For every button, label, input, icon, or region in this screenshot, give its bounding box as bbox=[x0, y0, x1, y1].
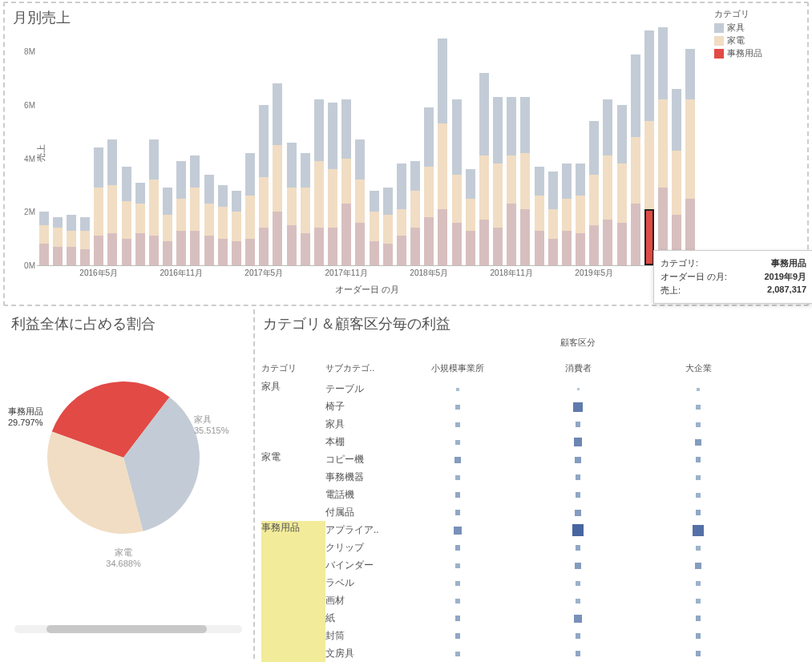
heatmap-cell[interactable] bbox=[638, 415, 758, 433]
heatmap-cell[interactable] bbox=[398, 574, 518, 591]
x-tick: 2017年5月 bbox=[232, 268, 296, 279]
pie-label-electronics: 家電34.688% bbox=[75, 547, 172, 570]
col-head-seg1[interactable]: 小規模事業所 bbox=[398, 362, 518, 379]
heatmap-cell[interactable] bbox=[398, 609, 518, 627]
legend-swatch-furniture bbox=[714, 23, 724, 33]
subcategory-label[interactable]: 事務機器 bbox=[325, 468, 398, 486]
heatmap-cell[interactable] bbox=[518, 609, 638, 627]
x-tick: 2017年11月 bbox=[314, 268, 378, 279]
subcategory-label[interactable]: ラベル bbox=[325, 574, 398, 591]
y-tick: 0M bbox=[13, 261, 35, 270]
heatmap-cell[interactable] bbox=[638, 398, 758, 415]
subcategory-label[interactable]: 画材 bbox=[325, 591, 398, 609]
legend-item-electronics[interactable]: 家電 bbox=[714, 34, 802, 46]
heatmap-cell[interactable] bbox=[518, 644, 638, 662]
col-head-subcategory[interactable]: サブカテゴ.. bbox=[325, 362, 398, 379]
heatmap-cell[interactable] bbox=[398, 380, 518, 398]
heatmap-cell[interactable] bbox=[518, 591, 638, 609]
subcategory-label[interactable]: 家具 bbox=[325, 415, 398, 433]
legend-item-furniture[interactable]: 家具 bbox=[714, 22, 802, 34]
subcategory-label[interactable]: クリップ bbox=[325, 539, 398, 556]
heatmap-cell[interactable] bbox=[518, 486, 638, 503]
subcategory-label[interactable]: 封筒 bbox=[325, 627, 398, 644]
col-head-seg2[interactable]: 消費者 bbox=[518, 362, 638, 379]
subcategory-label[interactable]: 電話機 bbox=[325, 486, 398, 503]
heatmap-cell[interactable] bbox=[398, 644, 518, 662]
heatmap-cell[interactable] bbox=[638, 591, 758, 609]
segment-super-header: 顧客区分 bbox=[518, 337, 638, 349]
heatmap-cell[interactable] bbox=[638, 468, 758, 486]
heatmap-cell[interactable] bbox=[638, 644, 758, 662]
heatmap-cell[interactable] bbox=[398, 398, 518, 415]
heatmap-cell[interactable] bbox=[638, 609, 758, 627]
heatmap-cell[interactable] bbox=[638, 556, 758, 574]
tooltip-v3: 2,087,317 bbox=[767, 285, 806, 297]
heatmap-cell[interactable] bbox=[518, 415, 638, 433]
bar-chart-area[interactable]: 売上 0M2M4M6M8M bbox=[37, 26, 697, 266]
subcategory-label[interactable]: テーブル bbox=[325, 380, 398, 398]
heatmap-cell[interactable] bbox=[398, 415, 518, 433]
subcategory-label[interactable]: 文房具 bbox=[325, 644, 398, 662]
heatmap-cell[interactable] bbox=[518, 556, 638, 574]
subcategory-label[interactable]: 付属品 bbox=[325, 503, 398, 521]
heatmap-cell[interactable] bbox=[398, 433, 518, 450]
heatmap-cell[interactable] bbox=[398, 591, 518, 609]
pie-chart[interactable] bbox=[43, 377, 204, 538]
y-tick: 2M bbox=[13, 208, 35, 216]
heatmap-cell[interactable] bbox=[518, 627, 638, 644]
subcategory-label[interactable]: 椅子 bbox=[325, 398, 398, 415]
heatmap-cell[interactable] bbox=[638, 503, 758, 521]
heatmap-cell[interactable] bbox=[398, 539, 518, 556]
heatmap-cell[interactable] bbox=[518, 521, 638, 539]
heatmap-cell[interactable] bbox=[638, 627, 758, 644]
horizontal-scrollbar[interactable] bbox=[14, 625, 242, 633]
subcategory-label[interactable]: 本棚 bbox=[325, 433, 398, 450]
legend-label-office: 事務用品 bbox=[727, 47, 762, 59]
tooltip-k1: カテゴリ: bbox=[661, 257, 698, 269]
subcategory-label[interactable]: アプライア.. bbox=[325, 521, 398, 539]
heatmap-cell[interactable] bbox=[398, 468, 518, 486]
tooltip-v2: 2019年9月 bbox=[764, 271, 806, 283]
heatmap-cell[interactable] bbox=[638, 574, 758, 591]
subcategory-label[interactable]: 紙 bbox=[325, 609, 398, 627]
heatmap-cell[interactable] bbox=[518, 398, 638, 415]
heatmap-cell[interactable] bbox=[638, 521, 758, 539]
heatmap-cell[interactable] bbox=[518, 468, 638, 486]
heatmap-cell[interactable] bbox=[638, 539, 758, 556]
heatmap-cell[interactable] bbox=[518, 539, 638, 556]
x-tick: 2016年11月 bbox=[149, 268, 213, 279]
heatmap-cell[interactable] bbox=[398, 521, 518, 539]
heatmap-cell[interactable] bbox=[518, 450, 638, 468]
tooltip: カテゴリ:事務用品 オーダー日 の月:2019年9月 売上:2,087,317 bbox=[653, 250, 812, 304]
heatmap-cell[interactable] bbox=[398, 503, 518, 521]
legend-label-electronics: 家電 bbox=[727, 34, 745, 46]
heatmap-cell[interactable] bbox=[518, 433, 638, 450]
heatmap-cell[interactable] bbox=[638, 433, 758, 450]
x-tick: 2018年5月 bbox=[397, 268, 461, 279]
heatmap-cell[interactable] bbox=[638, 450, 758, 468]
tooltip-k2: オーダー日 の月: bbox=[661, 271, 727, 283]
heatmap-cell[interactable] bbox=[638, 380, 758, 398]
col-head-category[interactable]: カテゴリ bbox=[261, 362, 325, 379]
heatmap-cell[interactable] bbox=[518, 503, 638, 521]
col-head-seg3[interactable]: 大企業 bbox=[638, 362, 758, 379]
y-tick: 8M bbox=[13, 47, 35, 56]
heatmap-cell[interactable] bbox=[638, 486, 758, 503]
subcategory-label[interactable]: コピー機 bbox=[325, 450, 398, 468]
legend-swatch-office bbox=[714, 49, 724, 59]
category-label[interactable]: 家具 bbox=[261, 380, 325, 394]
heatmap-cell[interactable] bbox=[398, 450, 518, 468]
subcategory-label[interactable]: バインダー bbox=[325, 556, 398, 574]
category-label[interactable]: 事務用品 bbox=[261, 521, 325, 535]
x-axis-labels: 2016年5月2016年11月2017年5月2017年11月2018年5月201… bbox=[37, 268, 697, 284]
scrollbar-thumb[interactable] bbox=[46, 625, 207, 633]
heatmap-cell[interactable] bbox=[398, 556, 518, 574]
category-label[interactable]: 家電 bbox=[261, 450, 325, 464]
heatmap-cell[interactable] bbox=[518, 380, 638, 398]
x-tick: 2016年5月 bbox=[67, 268, 131, 279]
profit-share-panel: 利益全体に占める割合 事務用品29.797% 家具35.515% 家電34.68… bbox=[3, 309, 253, 659]
heatmap-cell[interactable] bbox=[518, 574, 638, 591]
heatmap-cell[interactable] bbox=[398, 486, 518, 503]
legend-item-office[interactable]: 事務用品 bbox=[714, 47, 802, 59]
heatmap-cell[interactable] bbox=[398, 627, 518, 644]
